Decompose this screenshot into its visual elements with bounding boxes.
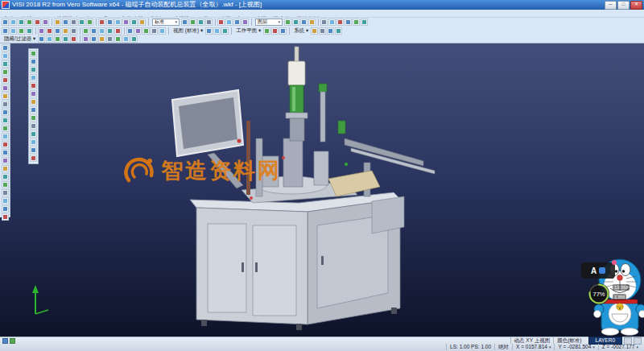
toolbar-icon[interactable] [2,157,9,164]
toolbar-icon[interactable] [98,35,105,43]
toolbar-icon[interactable] [197,19,204,26]
toolbar-icon[interactable] [300,19,308,26]
toolbar-icon[interactable] [26,19,33,26]
toolbar-icon[interactable] [106,27,114,35]
toolbar-icon[interactable] [130,19,138,26]
toolbar-icon[interactable] [30,114,37,122]
toolbar-icon[interactable] [90,35,97,43]
view-mode-indicator[interactable]: 动态 XY 上视图 [510,337,554,344]
toolbar-icon[interactable] [62,19,69,26]
toolbar-icon[interactable] [26,27,33,35]
toolbar-icon[interactable] [54,19,61,26]
toolbar-icon[interactable] [42,19,49,26]
toolbar-icon[interactable] [54,27,61,35]
toolbar-icon[interactable] [30,130,37,138]
progress-ring[interactable]: 77% [587,282,611,306]
toolbar-icon[interactable] [30,58,37,65]
chevron-down-icon[interactable]: ▾ [592,345,595,349]
standard-indicator[interactable]: 颜色(标准) [553,337,584,344]
toolbar-icon[interactable] [98,19,105,26]
toolbar-icon[interactable] [130,35,138,43]
toolbar-combo[interactable]: 图层▾ [255,19,283,26]
toolbar-icon[interactable] [62,35,69,43]
toolbar-icon[interactable] [205,19,213,26]
toolbar-icon[interactable] [2,213,9,221]
toolbar-icon[interactable] [2,19,9,26]
toolbar-icon[interactable] [78,19,85,26]
toolbar-icon[interactable] [38,35,45,43]
toolbar-icon[interactable] [46,35,53,43]
toolbar-icon[interactable] [2,125,9,132]
toolbar-icon[interactable] [292,19,299,26]
toolbar-icon[interactable] [46,27,53,35]
toolbar-icon[interactable] [181,19,188,26]
toolbar-icon[interactable] [308,19,316,26]
toolbar-icon[interactable] [86,19,93,26]
toolbar-icon[interactable] [126,27,134,35]
toolbar-icon[interactable] [10,19,17,26]
toolbar-icon[interactable] [30,122,37,130]
toolbar-icon[interactable] [205,27,213,35]
toolbar-icon[interactable] [142,27,150,35]
ime-indicator[interactable]: A [581,262,615,279]
toolbar-icon[interactable] [279,27,287,35]
toolbar-icon[interactable] [2,173,9,180]
toolbar-icon[interactable] [361,19,368,26]
toolbar-icon[interactable] [2,165,9,172]
toolbar-icon[interactable] [30,74,37,81]
toolbar-icon[interactable] [311,27,318,35]
toolbar-icon[interactable] [2,189,9,196]
toolbar-icon[interactable] [2,181,9,188]
toolbar-combo[interactable]: 标准▾ [152,19,180,26]
status-tool-icon[interactable] [2,338,8,344]
cad-cylinder-tower[interactable] [286,47,327,142]
close-button[interactable]: ✕ [630,1,642,10]
toolbar-icon[interactable] [2,52,9,60]
toolbar-icon[interactable] [30,138,37,146]
coord-x[interactable]: X = 0157.814▾ [512,344,554,350]
toolbar-icon[interactable] [345,19,352,26]
minimize-button[interactable]: ─ [605,1,617,10]
chevron-down-icon[interactable]: ▾ [636,345,638,349]
toolbar-icon[interactable] [30,147,37,154]
toolbar-icon[interactable] [320,19,328,26]
toolbar-icon[interactable] [328,19,336,26]
toolbar-icon[interactable] [335,27,342,35]
toolbar-icon[interactable] [90,27,97,35]
toolbar-icon[interactable] [38,27,45,35]
status-tool-icon[interactable] [10,338,15,344]
toolbar-icon[interactable] [353,19,360,26]
toolbar-icon[interactable] [82,35,89,43]
toolbar-group-label[interactable]: 视图 (标准) ▾ [171,27,205,35]
toolbar-icon[interactable] [2,76,9,84]
toolbar-icon[interactable] [30,98,37,105]
toolbar-icon[interactable] [18,19,25,26]
toolbar-icon[interactable] [114,27,122,35]
toolbar-icon[interactable] [217,19,225,26]
toolbar-icon[interactable] [2,27,9,35]
toolbar-icon[interactable] [114,19,122,26]
toolbar-icon[interactable] [2,93,9,100]
toolbar-icon[interactable] [2,44,9,52]
toolbar-icon[interactable] [2,205,9,213]
toolbar-icon[interactable] [284,19,291,26]
toolbar-icon[interactable] [2,60,9,68]
toolbar-icon[interactable] [2,197,9,204]
absolute-mode[interactable]: 绝对 [494,344,512,350]
toolbar-icon[interactable] [221,27,229,35]
toolbar-icon[interactable] [159,27,166,35]
toolbar-icon[interactable] [106,35,114,43]
toolbar-group-label[interactable]: 隐藏/过滤器 ▾ [2,35,38,43]
toolbar-icon[interactable] [271,27,279,35]
toolbar-icon[interactable] [62,27,69,35]
toolbar-group-label[interactable]: 工作平面 ▾ [233,27,263,35]
toolbar-icon[interactable] [2,101,9,108]
toolbar-icon[interactable] [189,19,196,26]
toolbar-icon[interactable] [319,27,326,35]
maximize-button[interactable]: □ [617,1,630,10]
toolbar-icon[interactable] [122,35,130,43]
toolbar-icon[interactable] [30,155,37,162]
toolbar-icon[interactable] [82,27,89,35]
toolbar-icon[interactable] [213,27,221,35]
toolbar-icon[interactable] [233,19,241,26]
